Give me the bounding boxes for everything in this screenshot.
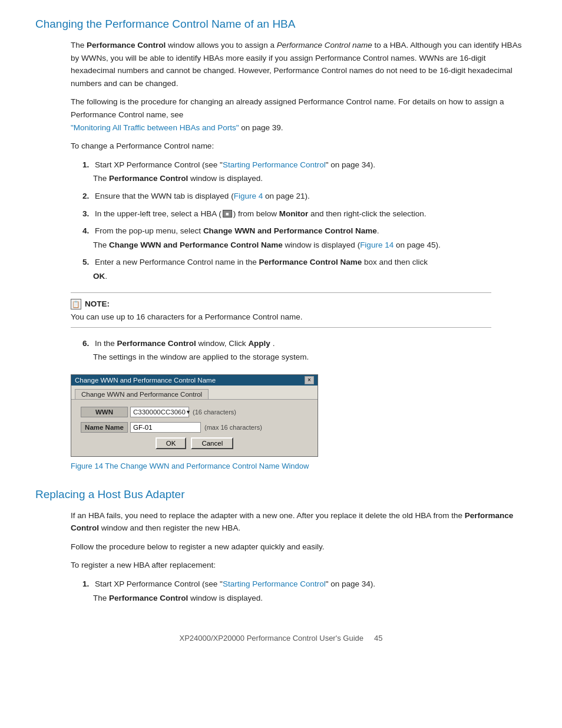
step1-link[interactable]: Starting Performance Control (223, 160, 326, 169)
step4-figure-link[interactable]: Figure 14 (360, 241, 394, 249)
figure-wwn-row: WWN C330000CC3060 ▼ (16 characters) (81, 407, 308, 417)
steps-list-1: 1. Start XP Performance Control (see "St… (71, 159, 527, 283)
step-2-text: Ensure that the WWN tab is displayed (Fi… (95, 192, 310, 200)
steps-list-1b: 6. In the Performance Control window, Cl… (71, 337, 527, 364)
step-5-sub: OK. (93, 270, 527, 283)
section1-intro-para1: The Performance Control window allows yo… (71, 39, 527, 90)
note-icon: 📋 (71, 299, 81, 309)
step-1: 1. Start XP Performance Control (see "St… (82, 159, 527, 185)
step-3-text: In the upper-left tree, select a HBA (■)… (95, 209, 427, 218)
section2-step1-link[interactable]: Starting Performance Control (223, 579, 326, 588)
monitoring-link[interactable]: "Monitoring All Traffic between HBAs and… (71, 123, 239, 132)
figure-container: Change WWN and Performance Control Name … (71, 374, 491, 470)
step-6: 6. In the Performance Control window, Cl… (82, 337, 527, 364)
figure-wwn-dropdown[interactable]: C330000CC3060 ▼ (130, 407, 189, 417)
step-4-number: 4. (82, 226, 89, 235)
section1-title: Changing the Performance Control Name of… (35, 18, 527, 31)
hba-icon: ■ (223, 210, 232, 218)
figure-tab-area: Change WWN and Performance Control (71, 386, 318, 400)
figure-tab[interactable]: Change WWN and Performance Control (75, 389, 209, 399)
performance-control-bold-1: Performance Control (87, 41, 166, 50)
step-6-text: In the Performance Control window, Click… (95, 339, 275, 348)
footer-text: XP24000/XP20000 Performance Control User… (179, 634, 363, 643)
step-4-text: From the pop-up menu, select Change WWN … (95, 226, 379, 235)
steps-list-2: 1. Start XP Performance Control (see "St… (71, 578, 527, 604)
step-2-number: 2. (82, 192, 89, 200)
step-1-sub: The Performance Control window is displa… (93, 172, 527, 185)
note-label: NOTE: (85, 299, 110, 308)
section2-title: Replacing a Host Bus Adapter (35, 488, 527, 501)
step-1-text: Start XP Performance Control (see "Start… (95, 160, 375, 169)
figure-wwn-hint: (16 characters) (193, 409, 236, 416)
figure-titlebar-text: Change WWN and Performance Control Name (75, 377, 216, 384)
section2-step-1-text: Start XP Performance Control (see "Start… (95, 579, 375, 588)
figure-content: WWN C330000CC3060 ▼ (16 characters) Name… (71, 400, 318, 456)
figure-cancel-button[interactable]: Cancel (191, 437, 233, 449)
step-5-text: Enter a new Performance Control name in … (95, 258, 428, 266)
step-3-number: 3. (82, 209, 89, 218)
step-1-number: 1. (82, 160, 89, 169)
figure-caption: Figure 14 The Change WWN and Performance… (71, 462, 491, 470)
figure-wwn-label: WWN (81, 407, 128, 417)
step-2: 2. Ensure that the WWN tab is displayed … (82, 190, 527, 203)
note-text: You can use up to 16 characters for a Pe… (71, 312, 491, 321)
figure-buttons: OK Cancel (81, 437, 308, 449)
step-4: 4. From the pop-up menu, select Change W… (82, 225, 527, 251)
note-header: 📋 NOTE: (71, 299, 491, 309)
figure-name-row: Name Name (max 16 characters) (81, 422, 308, 433)
page-footer: XP24000/XP20000 Performance Control User… (35, 634, 527, 643)
footer-page: 45 (374, 634, 382, 643)
section2-step-1-number: 1. (82, 579, 89, 588)
section2-para2: Follow the procedure below to register a… (71, 541, 527, 554)
step2-figure-link[interactable]: Figure 4 (234, 192, 263, 200)
section2-para1: If an HBA fails, you need to replace the… (71, 509, 527, 535)
step-6-sub: The settings in the window are applied t… (93, 351, 527, 364)
intro-page-ref: on page 39. (239, 123, 283, 132)
pc-name-italic: Performance Control name (277, 41, 372, 50)
step-5: 5. Enter a new Performance Control name … (82, 256, 527, 282)
note-box: 📋 NOTE: You can use up to 16 characters … (71, 292, 491, 328)
figure-wwn-value: C330000CC3060 (133, 409, 186, 416)
figure-name-label: Name Name (81, 422, 128, 433)
figure-name-hint: (max 16 characters) (204, 424, 262, 431)
figure-window: Change WWN and Performance Control Name … (71, 374, 318, 457)
section2-procedure-intro: To register a new HBA after replacement: (71, 559, 527, 572)
step-3: 3. In the upper-left tree, select a HBA … (82, 207, 527, 220)
section2-step-1: 1. Start XP Performance Control (see "St… (82, 578, 527, 604)
section2-step-1-sub: The Performance Control window is displa… (93, 592, 527, 605)
step-5-number: 5. (82, 258, 89, 266)
section1-intro-para2: The following is the procedure for chang… (71, 95, 527, 134)
figure-ok-button[interactable]: OK (156, 437, 187, 449)
figure-titlebar: Change WWN and Performance Control Name … (71, 375, 318, 386)
procedure-intro-1: To change a Performance Control name: (71, 140, 527, 153)
dropdown-arrow-icon: ▼ (186, 409, 191, 415)
figure-close-button[interactable]: × (305, 376, 314, 384)
figure-name-input[interactable] (130, 422, 201, 433)
step-4-sub: The Change WWN and Performance Control N… (93, 239, 527, 252)
step-6-number: 6. (82, 339, 89, 348)
